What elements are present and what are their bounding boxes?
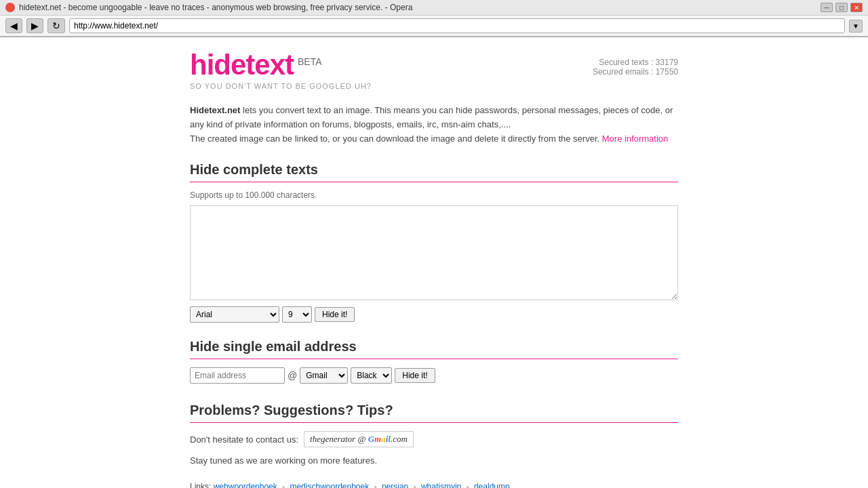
section-divider-2 — [190, 359, 678, 359]
description-text2: The created image can be linked to, or y… — [190, 134, 599, 144]
link-medischwoordenboek[interactable]: medischwoordenboek — [290, 482, 369, 488]
hide-texts-button[interactable]: Hide it! — [315, 307, 355, 322]
section-divider-3 — [190, 422, 678, 423]
restore-button[interactable]: □ — [835, 3, 848, 12]
hide-texts-title: Hide complete texts — [190, 162, 678, 178]
browser-chrome: hidetext.net - become ungoogable - leave… — [0, 0, 868, 37]
links-label: Links: — [190, 482, 211, 488]
browser-icon — [5, 3, 15, 12]
address-bar: ◀ ▶ ↻ ▼ — [0, 16, 868, 37]
link-persian[interactable]: persian — [382, 482, 408, 488]
contact-user: thegenerator — [310, 434, 355, 445]
stats-texts: Secured texts : 33179 — [593, 58, 678, 67]
stay-tuned: Stay tuned as we are working on more fea… — [190, 455, 678, 466]
sep-2: - — [372, 482, 379, 488]
at-sign: @ — [288, 370, 297, 381]
description-p2: The created image can be linked to, or y… — [190, 132, 678, 146]
logo: hidetextBETA — [190, 51, 372, 79]
contact-domain: .com — [391, 434, 408, 445]
stats-area: Secured texts : 33179 Secured emails : 1… — [593, 51, 678, 77]
description-text1: lets you convert text to an image. This … — [190, 105, 673, 129]
url-dropdown-button[interactable]: ▼ — [849, 20, 863, 33]
logo-area: hidetextBETA SO YOU DON'T WANT TO BE GOO… — [190, 51, 372, 90]
contact-label: Don't hesitate to contact us: — [190, 434, 298, 445]
email-controls: @ Gmail Yahoo Hotmail AOL Black White Bl… — [190, 367, 678, 384]
font-select[interactable]: Arial Times New Roman Courier Verdana Ge… — [190, 306, 279, 323]
sep-1: - — [280, 482, 288, 488]
logo-text: hidetext — [190, 49, 294, 81]
text-textarea[interactable] — [190, 205, 678, 300]
url-input[interactable] — [69, 18, 845, 33]
title-bar-controls: ─ □ ✕ — [821, 3, 863, 12]
gmail-m: m — [374, 434, 381, 445]
hide-texts-section: Hide complete texts Supports up to 100.0… — [190, 162, 678, 323]
forward-button[interactable]: ▶ — [26, 18, 43, 33]
link-webwoordenboek[interactable]: webwoordenboek — [214, 482, 277, 488]
brand-name: Hidetext.net — [190, 105, 240, 115]
minimize-button[interactable]: ─ — [821, 3, 833, 12]
hide-email-title: Hide single email address — [190, 339, 678, 354]
more-info-link[interactable]: More information — [602, 134, 669, 144]
sep-3: - — [411, 482, 418, 488]
hide-email-section: Hide single email address @ Gmail Yahoo … — [190, 339, 678, 384]
beta-badge: BETA — [298, 56, 322, 67]
refresh-button[interactable]: ↻ — [47, 18, 65, 33]
provider-select[interactable]: Gmail Yahoo Hotmail AOL — [300, 367, 348, 384]
site-header: hidetextBETA SO YOU DON'T WANT TO BE GOO… — [190, 51, 678, 90]
title-bar: hidetext.net - become ungoogable - leave… — [0, 0, 868, 16]
title-bar-left: hidetext.net - become ungoogable - leave… — [5, 3, 412, 12]
gmail-g: G — [368, 434, 374, 445]
contact-line: Don't hesitate to contact us: thegenerat… — [190, 431, 678, 447]
problems-title: Problems? Suggestions? Tips? — [190, 403, 678, 418]
link-dealdump[interactable]: dealdump — [474, 482, 510, 488]
size-select[interactable]: 7 8 9 10 11 12 14 16 — [282, 306, 312, 323]
stats-emails: Secured emails : 17550 — [593, 67, 678, 77]
hide-email-button[interactable]: Hide it! — [395, 368, 435, 383]
supports-text: Supports up to 100.000 characters. — [190, 190, 678, 200]
contact-at: @ — [357, 434, 366, 445]
back-button[interactable]: ◀ — [5, 18, 22, 33]
description-p1: Hidetext.net lets you convert text to an… — [190, 104, 678, 132]
email-input[interactable] — [190, 367, 285, 384]
sep-4: - — [464, 482, 471, 488]
problems-section: Problems? Suggestions? Tips? Don't hesit… — [190, 403, 678, 466]
link-whatismyip[interactable]: whatismyip — [421, 482, 461, 488]
text-controls: Arial Times New Roman Courier Verdana Ge… — [190, 306, 678, 323]
close-button[interactable]: ✕ — [850, 3, 863, 12]
section-divider-1 — [190, 182, 678, 182]
page-content: hidetextBETA SO YOU DON'T WANT TO BE GOO… — [176, 37, 692, 488]
description: Hidetext.net lets you convert text to an… — [190, 104, 678, 146]
color-select[interactable]: Black White Blue Red — [351, 367, 392, 384]
window-title: hidetext.net - become ungoogable - leave… — [19, 3, 412, 12]
tagline: SO YOU DON'T WANT TO BE GOOGLED UH? — [190, 82, 372, 90]
contact-image: thegenerator @ Gmail.com — [304, 431, 414, 447]
footer-links: Links: webwoordenboek - medischwoordenbo… — [190, 482, 678, 488]
